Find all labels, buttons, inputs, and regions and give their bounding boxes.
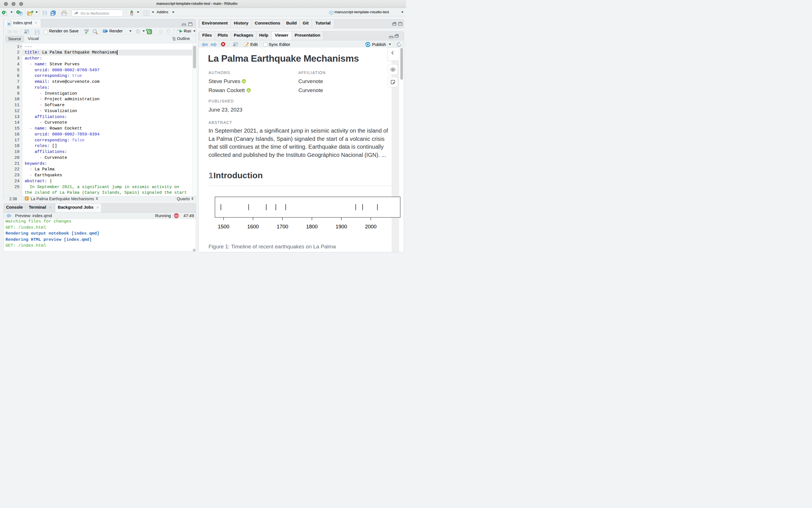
- svg-text:C: C: [148, 30, 151, 34]
- svg-text:1900: 1900: [335, 223, 347, 229]
- svg-text:ABC: ABC: [84, 29, 90, 32]
- svg-text:2000: 2000: [365, 223, 376, 229]
- svg-text:R: R: [19, 11, 21, 14]
- svg-text:iD: iD: [243, 80, 245, 83]
- svg-text:1700: 1700: [276, 223, 288, 229]
- svg-text:1600: 1600: [247, 223, 259, 229]
- svg-text:1500: 1500: [217, 223, 229, 229]
- svg-text:iD: iD: [247, 89, 250, 92]
- svg-text:STOP: STOP: [174, 215, 178, 217]
- svg-text:1800: 1800: [306, 223, 318, 229]
